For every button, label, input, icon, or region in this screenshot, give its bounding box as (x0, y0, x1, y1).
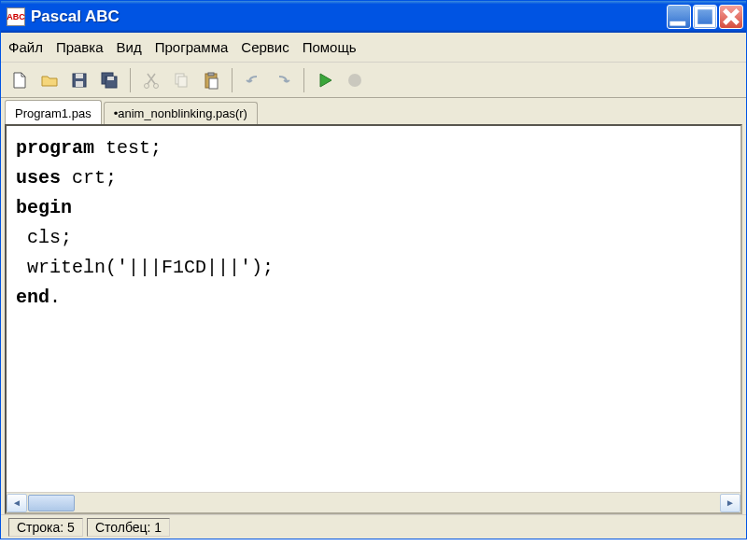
editor-tabs: Program1.pas •anim_nonblinking.pas(r) (1, 98, 746, 124)
menu-edit[interactable]: Правка (56, 39, 104, 55)
code-text: crt; (61, 167, 117, 189)
redo-button[interactable] (270, 67, 296, 93)
minimize-button[interactable] (667, 5, 691, 29)
scroll-left-button[interactable]: ◄ (7, 494, 27, 512)
status-column: Столбец: 1 (87, 518, 170, 537)
code-text: . (49, 287, 61, 308)
undo-button[interactable] (240, 67, 266, 93)
toolbar (1, 63, 746, 98)
svg-point-8 (145, 83, 149, 88)
tab-program1[interactable]: Program1.pas (5, 100, 102, 124)
menu-program[interactable]: Программа (155, 39, 229, 55)
save-button[interactable] (66, 67, 92, 93)
horizontal-scrollbar[interactable]: ◄ ► (7, 492, 740, 512)
stop-button[interactable] (342, 67, 368, 93)
svg-rect-3 (76, 74, 83, 78)
toolbar-separator (232, 68, 233, 92)
svg-rect-11 (178, 77, 187, 87)
save-all-button[interactable] (96, 67, 122, 93)
status-line: Строка: 5 (8, 518, 83, 537)
scroll-right-button[interactable]: ► (720, 494, 740, 512)
svg-rect-14 (209, 78, 218, 89)
keyword: uses (16, 167, 61, 189)
code-editor[interactable]: program test; uses crt; begin cls; write… (7, 126, 740, 492)
tab-anim-nonblinking[interactable]: •anim_nonblinking.pas(r) (104, 102, 258, 124)
open-file-button[interactable] (36, 67, 63, 93)
app-window: ABC Pascal ABC Файл Правка Вид Программа… (0, 0, 747, 539)
svg-point-15 (348, 74, 361, 87)
window-title: Pascal ABC (31, 7, 667, 26)
code-text: writeln('|||F1CD|||'); (16, 257, 274, 278)
keyword: begin (16, 197, 72, 218)
paste-button[interactable] (198, 67, 224, 93)
menubar: Файл Правка Вид Программа Сервис Помощь (1, 33, 746, 63)
new-file-button[interactable] (7, 67, 33, 93)
scroll-track[interactable] (27, 494, 720, 512)
toolbar-separator (303, 68, 304, 92)
app-icon: ABC (7, 7, 25, 26)
window-controls (667, 5, 743, 29)
titlebar: ABC Pascal ABC (1, 1, 746, 33)
editor-panel: program test; uses crt; begin cls; write… (5, 124, 742, 514)
close-button[interactable] (719, 5, 743, 29)
svg-rect-4 (76, 81, 83, 87)
svg-rect-1 (696, 7, 713, 25)
code-text: cls; (16, 227, 72, 248)
svg-rect-0 (669, 21, 685, 26)
menu-view[interactable]: Вид (117, 39, 142, 55)
svg-rect-13 (208, 73, 214, 76)
svg-point-9 (154, 83, 159, 88)
statusbar: Строка: 5 Столбец: 1 (1, 514, 746, 539)
maximize-button[interactable] (693, 5, 717, 29)
copy-button[interactable] (168, 67, 194, 93)
scroll-thumb[interactable] (28, 495, 75, 511)
svg-rect-7 (107, 77, 114, 80)
cut-button[interactable] (138, 67, 164, 93)
menu-service[interactable]: Сервис (241, 39, 289, 55)
toolbar-separator (130, 68, 131, 92)
code-text: test; (94, 137, 162, 159)
menu-file[interactable]: Файл (8, 39, 43, 55)
keyword: program (16, 137, 94, 159)
menu-help[interactable]: Помощь (303, 39, 357, 55)
run-button[interactable] (312, 67, 338, 93)
keyword: end (16, 287, 49, 308)
